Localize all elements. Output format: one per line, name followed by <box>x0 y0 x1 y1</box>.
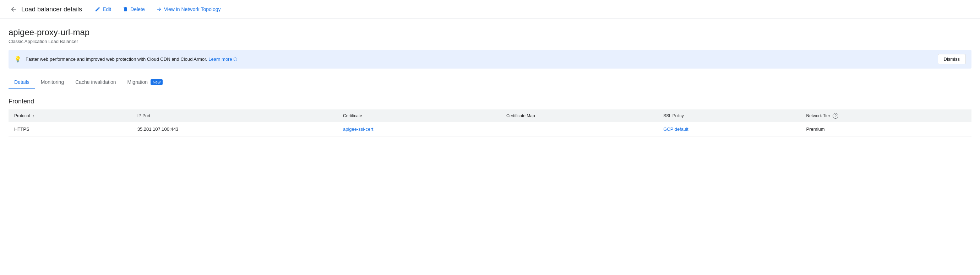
header-protocol: Protocol ↑ <box>8 109 132 122</box>
table-body: HTTPS 35.201.107.100:443 apigee-ssl-cert <box>8 122 972 136</box>
page-content: apigee-proxy-url-map Classic Application… <box>0 19 980 136</box>
ip-port-value: 35.201.107.100:443 <box>137 126 178 132</box>
learn-more-link[interactable]: Learn more ⬡ <box>208 56 237 62</box>
toolbar: Load balancer details Edit Delete View i… <box>0 0 980 19</box>
cell-certificate-map <box>501 122 658 136</box>
header-certificate: Certificate <box>337 109 501 122</box>
header-ssl-policy: SSL Policy <box>658 109 800 122</box>
edit-icon <box>95 6 100 12</box>
edit-button[interactable]: Edit <box>91 4 115 14</box>
banner-text: Faster web performance and improved web … <box>25 56 237 62</box>
dismiss-button[interactable]: Dismiss <box>938 54 966 64</box>
network-tier-help-icon[interactable]: ? <box>833 113 838 119</box>
banner-text-content: Faster web performance and improved web … <box>25 56 207 62</box>
header-ip-port-label: IP:Port <box>137 114 151 118</box>
tab-cache-invalidation[interactable]: Cache invalidation <box>70 76 121 89</box>
tab-monitoring[interactable]: Monitoring <box>35 76 70 89</box>
info-banner: 💡 Faster web performance and improved we… <box>8 50 972 69</box>
arrow-right-icon <box>156 6 162 12</box>
certificate-value: apigee-ssl-cert <box>343 126 373 132</box>
page-title: Load balancer details <box>21 6 82 13</box>
edit-label: Edit <box>103 6 111 12</box>
cell-network-tier: Premium <box>801 122 972 136</box>
cell-certificate: apigee-ssl-cert <box>337 122 501 136</box>
resource-header: apigee-proxy-url-map Classic Application… <box>8 27 972 44</box>
ssl-policy-value: GCP default <box>663 126 689 132</box>
frontend-section-title: Frontend <box>8 98 972 105</box>
table-row: HTTPS 35.201.107.100:443 apigee-ssl-cert <box>8 122 972 136</box>
back-button[interactable] <box>8 4 19 14</box>
tab-details[interactable]: Details <box>8 76 35 89</box>
tab-monitoring-label: Monitoring <box>41 79 64 85</box>
resource-type: Classic Application Load Balancer <box>8 39 972 44</box>
lightbulb-icon: 💡 <box>14 56 21 62</box>
header-ssl-policy-label: SSL Policy <box>663 114 684 118</box>
certificate-link[interactable]: apigee-ssl-cert <box>343 126 373 132</box>
table-head: Protocol ↑ IP:Port Certificate Certifica… <box>8 109 972 122</box>
new-badge: New <box>151 79 162 85</box>
header-certificate-map: Certificate Map <box>501 109 658 122</box>
header-network-tier-label: Network Tier <box>807 114 830 118</box>
header-certificate-map-label: Certificate Map <box>506 114 535 118</box>
tabs-container: Details Monitoring Cache invalidation Mi… <box>8 76 972 89</box>
table-header-row: Protocol ↑ IP:Port Certificate Certifica… <box>8 109 972 122</box>
ssl-policy-link[interactable]: GCP default <box>663 126 689 132</box>
header-network-tier: Network Tier ? <box>801 109 972 122</box>
back-arrow-icon <box>10 6 17 13</box>
frontend-section: Frontend Protocol ↑ IP:Port Certificate … <box>8 98 972 136</box>
header-certificate-label: Certificate <box>343 114 362 118</box>
tab-migration[interactable]: Migration New <box>122 76 169 89</box>
tab-cache-invalidation-label: Cache invalidation <box>75 79 116 85</box>
sort-icon[interactable]: ↑ <box>32 114 34 118</box>
delete-button[interactable]: Delete <box>118 4 149 14</box>
tab-migration-label: Migration <box>127 79 148 85</box>
view-network-topology-button[interactable]: View in Network Topology <box>152 4 225 14</box>
protocol-value: HTTPS <box>14 126 29 132</box>
delete-icon <box>123 6 128 12</box>
network-tier-value: Premium <box>807 126 825 132</box>
cell-protocol: HTTPS <box>8 122 132 136</box>
cell-ssl-policy: GCP default <box>658 122 800 136</box>
header-ip-port: IP:Port <box>132 109 337 122</box>
tab-details-label: Details <box>14 79 29 85</box>
delete-label: Delete <box>130 6 145 12</box>
frontend-table: Protocol ↑ IP:Port Certificate Certifica… <box>8 109 972 136</box>
cell-ip-port: 35.201.107.100:443 <box>132 122 337 136</box>
resource-name: apigee-proxy-url-map <box>8 27 972 37</box>
banner-left: 💡 Faster web performance and improved we… <box>14 56 237 62</box>
network-topology-label: View in Network Topology <box>164 6 221 12</box>
header-protocol-label: Protocol <box>14 114 30 118</box>
